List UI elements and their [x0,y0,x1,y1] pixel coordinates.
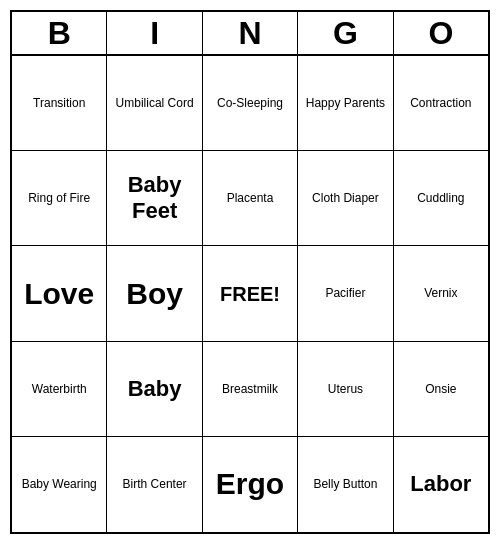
bingo-cell: Ergo [203,437,298,532]
cell-text: Baby Wearing [22,477,97,491]
bingo-cell: Waterbirth [12,342,107,437]
bingo-cell: Pacifier [298,246,393,341]
bingo-row: TransitionUmbilical CordCo-SleepingHappy… [12,56,488,151]
bingo-cell: Onsie [394,342,488,437]
header-letter: G [298,12,393,56]
cell-text: Waterbirth [32,382,87,396]
bingo-cell: Contraction [394,56,488,151]
bingo-cell: Baby [107,342,202,437]
cell-text: Contraction [410,96,471,110]
bingo-cell: Vernix [394,246,488,341]
bingo-cell: Transition [12,56,107,151]
bingo-grid: TransitionUmbilical CordCo-SleepingHappy… [12,56,488,532]
bingo-card: BINGO TransitionUmbilical CordCo-Sleepin… [10,10,490,534]
cell-text: Belly Button [313,477,377,491]
bingo-cell: Belly Button [298,437,393,532]
cell-text: Labor [410,471,471,497]
bingo-cell: Breastmilk [203,342,298,437]
cell-text: Baby [128,376,182,402]
bingo-cell: Cuddling [394,151,488,246]
cell-text: Happy Parents [306,96,385,110]
cell-text: Transition [33,96,85,110]
bingo-cell: Birth Center [107,437,202,532]
header-letter: B [12,12,107,56]
cell-text: Baby Feet [111,172,197,225]
bingo-row: WaterbirthBabyBreastmilkUterusOnsie [12,342,488,437]
cell-text: Cuddling [417,191,464,205]
cell-text: Co-Sleeping [217,96,283,110]
cell-text: Pacifier [325,286,365,300]
cell-text: Cloth Diaper [312,191,379,205]
bingo-row: Ring of FireBaby FeetPlacentaCloth Diape… [12,151,488,246]
cell-text: Uterus [328,382,363,396]
bingo-header: BINGO [12,12,488,56]
cell-text: Onsie [425,382,456,396]
bingo-cell: Placenta [203,151,298,246]
cell-text: FREE! [220,282,280,306]
bingo-cell: Baby Wearing [12,437,107,532]
cell-text: Birth Center [123,477,187,491]
bingo-cell: Cloth Diaper [298,151,393,246]
cell-text: Breastmilk [222,382,278,396]
bingo-cell: Boy [107,246,202,341]
bingo-cell: Happy Parents [298,56,393,151]
bingo-row: LoveBoyFREE!PacifierVernix [12,246,488,341]
cell-text: Boy [126,276,183,312]
bingo-cell: Uterus [298,342,393,437]
cell-text: Ring of Fire [28,191,90,205]
bingo-cell: Baby Feet [107,151,202,246]
bingo-cell: Umbilical Cord [107,56,202,151]
bingo-cell: Labor [394,437,488,532]
bingo-cell: Love [12,246,107,341]
cell-text: Vernix [424,286,457,300]
bingo-row: Baby WearingBirth CenterErgoBelly Button… [12,437,488,532]
cell-text: Placenta [227,191,274,205]
header-letter: I [107,12,202,56]
header-letter: N [203,12,298,56]
bingo-cell: FREE! [203,246,298,341]
cell-text: Ergo [216,466,284,502]
bingo-cell: Ring of Fire [12,151,107,246]
bingo-cell: Co-Sleeping [203,56,298,151]
cell-text: Umbilical Cord [116,96,194,110]
cell-text: Love [24,276,94,312]
header-letter: O [394,12,488,56]
